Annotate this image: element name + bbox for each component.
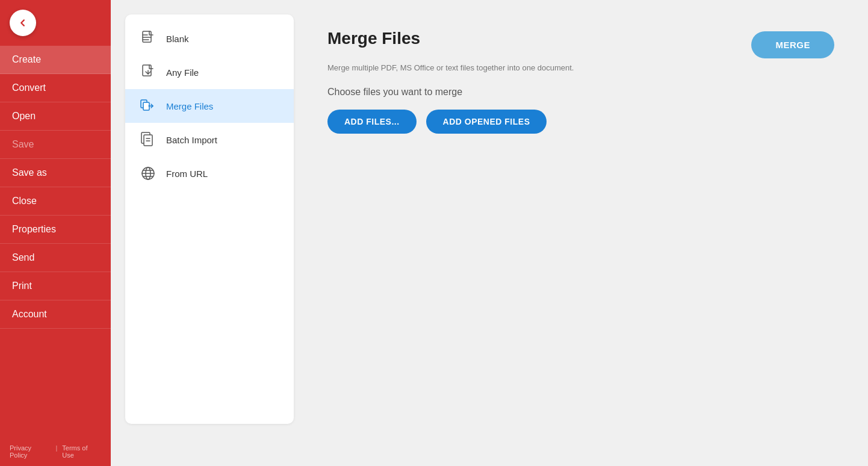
sidebar-item-properties[interactable]: Properties [0, 216, 111, 244]
merge-button[interactable]: MERGE [751, 31, 834, 58]
svg-rect-11 [144, 135, 152, 146]
content-panel: Merge Files MERGE Merge multiple PDF, MS… [308, 14, 854, 452]
sidebar-item-close[interactable]: Close [0, 187, 111, 216]
globe-icon [140, 165, 157, 182]
sidebar-item-save[interactable]: Save [0, 131, 111, 159]
sidebar-item-create[interactable]: Create [0, 46, 111, 74]
svg-rect-1 [143, 31, 151, 42]
blank-label: Blank [166, 34, 189, 44]
svg-rect-5 [143, 65, 151, 76]
content-header: Merge Files MERGE [327, 29, 834, 58]
add-files-button[interactable]: ADD FILES... [327, 110, 417, 134]
sidebar-footer: Privacy Policy | Terms of Use [0, 437, 111, 466]
file-type-panel: Blank Any File [125, 14, 294, 424]
sidebar-item-send[interactable]: Send [0, 244, 111, 272]
privacy-policy-link[interactable]: Privacy Policy [10, 444, 51, 459]
sidebar-nav: Create Convert Open Save Save as Close P… [0, 46, 111, 466]
file-type-any-file[interactable]: Any File [125, 55, 294, 89]
document-icon [140, 30, 157, 47]
sidebar-item-open[interactable]: Open [0, 102, 111, 131]
footer-separator: | [55, 444, 57, 459]
svg-point-0 [17, 17, 28, 28]
page-title: Merge Files [327, 29, 420, 48]
merge-files-label: Merge Files [166, 101, 213, 111]
terms-of-use-link[interactable]: Terms of Use [62, 444, 101, 459]
any-file-label: Any File [166, 67, 199, 78]
file-buttons: ADD FILES... ADD OPENED FILES [327, 110, 834, 134]
sidebar-item-convert[interactable]: Convert [0, 74, 111, 102]
file-type-merge-files[interactable]: Merge Files [125, 89, 294, 123]
add-opened-files-button[interactable]: ADD OPENED FILES [426, 110, 547, 134]
file-type-from-url[interactable]: From URL [125, 157, 294, 190]
back-button[interactable] [10, 10, 36, 36]
sidebar-item-save-as[interactable]: Save as [0, 159, 111, 187]
sidebar-item-print[interactable]: Print [0, 272, 111, 300]
batch-icon [140, 131, 157, 148]
import-icon [140, 64, 157, 81]
from-url-label: From URL [166, 169, 208, 179]
batch-import-label: Batch Import [166, 135, 217, 145]
merge-icon [140, 98, 157, 114]
file-type-batch-import[interactable]: Batch Import [125, 123, 294, 157]
choose-files-label: Choose files you want to merge [327, 87, 834, 98]
sidebar-item-account[interactable]: Account [0, 300, 111, 329]
content-subtitle: Merge multiple PDF, MS Office or text fi… [327, 63, 834, 72]
sidebar: Create Convert Open Save Save as Close P… [0, 0, 111, 466]
main-area: Blank Any File [111, 0, 868, 466]
file-type-blank[interactable]: Blank [125, 22, 294, 55]
